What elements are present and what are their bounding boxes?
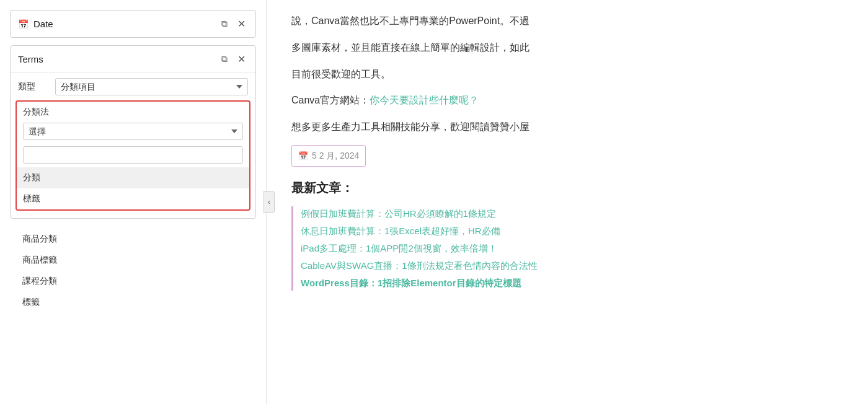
extra-list: 商品分類 商品標籤 課程分類 標籤 [10, 226, 256, 315]
intro-paragraph-3: 目前很受歡迎的工具。 [291, 66, 843, 84]
right-content: 說，Canva當然也比不上專門專業的PowerPoint。不過 多圖庫素材，並且… [267, 0, 868, 404]
extra-list-item-課程分類[interactable]: 課程分類 [10, 271, 256, 292]
type-select[interactable]: 分類項目 [55, 78, 248, 95]
canva-paragraph: Canva官方網站：你今天要設計些什麼呢？ [291, 92, 843, 110]
intro-paragraph-1: 說，Canva當然也比不上專門專業的PowerPoint。不過 [291, 12, 843, 30]
date-card-header: 📅 Date ⧉ ✕ [11, 11, 255, 37]
terms-close-button[interactable]: ✕ [235, 52, 248, 66]
taxonomy-section: 分類法 選擇 分類 標籤 [16, 100, 250, 211]
collapse-panel-button[interactable]: ‹ [264, 191, 275, 213]
left-panel: 📅 Date ⧉ ✕ Terms ⧉ ✕ 類型 分類項目 分類法 選擇 [0, 0, 267, 404]
date-filter-card: 📅 Date ⧉ ✕ [10, 10, 256, 38]
date-badge: 📅 5 2 月, 2024 [291, 145, 366, 167]
articles-list: 例假日加班費計算：公司HR必須瞭解的1條規定 休息日加班費計算：1張Excel表… [291, 206, 843, 291]
type-label: 類型 [18, 81, 55, 92]
taxonomy-header: 分類法 [17, 102, 249, 120]
taxonomy-search-input[interactable] [23, 146, 243, 164]
collapse-icon: ‹ [268, 198, 270, 206]
date-card-title: Date [33, 19, 214, 29]
share-paragraph: 想多更多生產力工具相關技能分享，歡迎閱讀贊贊小屋 [291, 118, 843, 136]
intro-paragraph-2: 多圖庫素材，並且能直接在線上簡單的編輯設計，如此 [291, 39, 843, 57]
extra-list-item-標籤[interactable]: 標籤 [10, 292, 256, 313]
terms-card-title: Terms [18, 54, 214, 64]
calendar-icon: 📅 [18, 19, 29, 29]
article-link-3[interactable]: CableAV與SWAG直播：1條刑法規定看色情內容的合法性 [301, 258, 843, 273]
date-close-button[interactable]: ✕ [235, 17, 248, 31]
extra-list-item-商品分類[interactable]: 商品分類 [10, 229, 256, 250]
taxonomy-list-item-分類[interactable]: 分類 [17, 167, 249, 188]
taxonomy-search-row [17, 144, 249, 166]
article-link-2[interactable]: iPad多工處理：1個APP開2個視窗，效率倍增！ [301, 241, 843, 256]
article-link-1[interactable]: 休息日加班費計算：1張Excel表超好懂，HR必備 [301, 224, 843, 239]
taxonomy-select[interactable]: 選擇 [23, 123, 243, 140]
date-copy-button[interactable]: ⧉ [219, 17, 230, 30]
terms-card-header: Terms ⧉ ✕ [11, 46, 255, 72]
terms-copy-button[interactable]: ⧉ [219, 53, 230, 66]
taxonomy-list: 分類 標籤 [17, 167, 249, 209]
date-badge-text: 5 2 月, 2024 [312, 148, 359, 164]
taxonomy-list-item-標籤[interactable]: 標籤 [17, 188, 249, 209]
latest-articles-title: 最新文章： [291, 177, 843, 199]
date-badge-icon: 📅 [298, 149, 308, 163]
terms-filter-card: Terms ⧉ ✕ 類型 分類項目 分類法 選擇 分 [10, 45, 256, 219]
type-row: 類型 分類項目 [11, 72, 255, 100]
extra-list-item-商品標籤[interactable]: 商品標籤 [10, 250, 256, 271]
canva-link[interactable]: 你今天要設計些什麼呢？ [370, 95, 479, 105]
taxonomy-select-row: 選擇 [17, 120, 249, 144]
article-link-4[interactable]: WordPress目錄：1招排除Elementor目錄的特定標題 [301, 276, 843, 291]
article-link-0[interactable]: 例假日加班費計算：公司HR必須瞭解的1條規定 [301, 206, 843, 221]
